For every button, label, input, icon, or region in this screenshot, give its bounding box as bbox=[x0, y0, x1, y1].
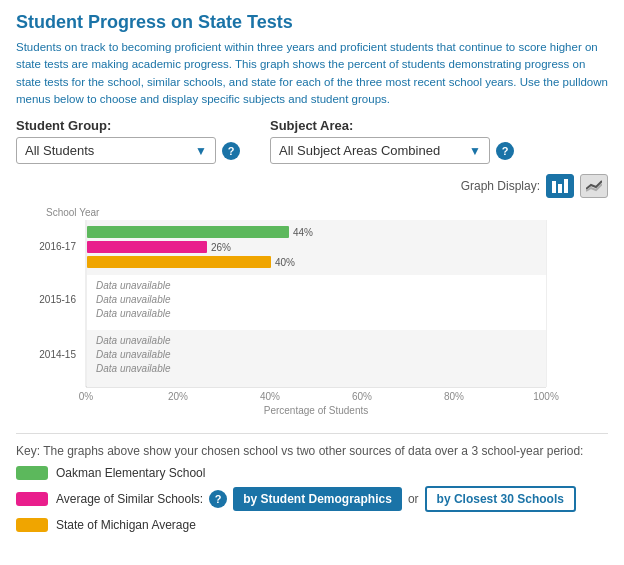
subject-area-control: Subject Area: All Subject Areas Combined… bbox=[270, 118, 514, 164]
closest-button[interactable]: by Closest 30 Schools bbox=[425, 486, 576, 512]
graph-display-row: Graph Display: bbox=[16, 174, 608, 198]
svg-text:80%: 80% bbox=[444, 391, 464, 402]
key-state-label: State of Michigan Average bbox=[56, 518, 196, 532]
bar-chart-icon bbox=[552, 179, 568, 193]
key-school-label: Oakman Elementary School bbox=[56, 466, 205, 480]
key-similar-label: Average of Similar Schools: bbox=[56, 492, 203, 506]
svg-text:26%: 26% bbox=[211, 242, 231, 253]
svg-text:Data unavailable: Data unavailable bbox=[96, 294, 171, 305]
student-group-value: All Students bbox=[25, 143, 94, 158]
svg-text:2015-16: 2015-16 bbox=[39, 294, 76, 305]
bar-chart-display-button[interactable] bbox=[546, 174, 574, 198]
page-title: Student Progress on State Tests bbox=[16, 12, 608, 33]
similar-schools-help-icon[interactable]: ? bbox=[209, 490, 227, 508]
student-group-control: Student Group: All Students ▼ ? bbox=[16, 118, 240, 164]
svg-rect-1 bbox=[558, 184, 562, 193]
student-group-help-icon[interactable]: ? bbox=[222, 142, 240, 160]
chart-area: School Year 0% 20% 40% 60% 80% 100% Perc… bbox=[16, 202, 608, 425]
svg-rect-24 bbox=[87, 256, 271, 268]
key-description: Key: The graphs above show your chosen s… bbox=[16, 444, 608, 458]
controls-row: Student Group: All Students ▼ ? Subject … bbox=[16, 118, 608, 164]
subject-area-select-wrapper: All Subject Areas Combined ▼ ? bbox=[270, 137, 514, 164]
state-color-swatch bbox=[16, 518, 48, 532]
svg-text:Data unavailable: Data unavailable bbox=[96, 335, 171, 346]
svg-text:40%: 40% bbox=[275, 257, 295, 268]
line-chart-icon bbox=[586, 179, 602, 193]
svg-text:Data unavailable: Data unavailable bbox=[96, 349, 171, 360]
or-label: or bbox=[408, 492, 419, 506]
svg-text:Data unavailable: Data unavailable bbox=[96, 363, 171, 374]
svg-text:Percentage of Students: Percentage of Students bbox=[264, 405, 369, 416]
svg-text:2016-17: 2016-17 bbox=[39, 241, 76, 252]
key-section: Key: The graphs above show your chosen s… bbox=[16, 433, 608, 532]
key-item-state: State of Michigan Average bbox=[16, 518, 608, 532]
school-color-swatch bbox=[16, 466, 48, 480]
graph-display-label: Graph Display: bbox=[461, 179, 540, 193]
y-axis-label: School Year bbox=[46, 207, 100, 218]
svg-rect-0 bbox=[552, 181, 556, 193]
svg-text:100%: 100% bbox=[533, 391, 559, 402]
student-group-label: Student Group: bbox=[16, 118, 240, 133]
svg-text:40%: 40% bbox=[260, 391, 280, 402]
subject-area-value: All Subject Areas Combined bbox=[279, 143, 440, 158]
svg-rect-20 bbox=[87, 226, 289, 238]
key-item-school: Oakman Elementary School bbox=[16, 466, 608, 480]
description-static: Students on track to becoming proficient… bbox=[16, 41, 598, 88]
page-description: Students on track to becoming proficient… bbox=[16, 39, 608, 108]
line-chart-display-button[interactable] bbox=[580, 174, 608, 198]
avg-row: Average of Similar Schools: ? by Student… bbox=[56, 486, 576, 512]
svg-text:2014-15: 2014-15 bbox=[39, 349, 76, 360]
subject-area-dropdown[interactable]: All Subject Areas Combined ▼ bbox=[270, 137, 490, 164]
similar-color-swatch bbox=[16, 492, 48, 506]
bar-chart-svg: School Year 0% 20% 40% 60% 80% 100% Perc… bbox=[16, 202, 596, 422]
svg-text:44%: 44% bbox=[293, 227, 313, 238]
demographics-button[interactable]: by Student Demographics bbox=[233, 487, 402, 511]
student-group-arrow-icon: ▼ bbox=[195, 144, 207, 158]
svg-text:0%: 0% bbox=[79, 391, 94, 402]
svg-text:20%: 20% bbox=[168, 391, 188, 402]
svg-text:Data unavailable: Data unavailable bbox=[96, 280, 171, 291]
svg-rect-22 bbox=[87, 241, 207, 253]
subject-area-arrow-icon: ▼ bbox=[469, 144, 481, 158]
key-item-similar: Average of Similar Schools: ? by Student… bbox=[16, 486, 608, 512]
student-group-dropdown[interactable]: All Students ▼ bbox=[16, 137, 216, 164]
student-group-select-wrapper: All Students ▼ ? bbox=[16, 137, 240, 164]
svg-rect-2 bbox=[564, 179, 568, 193]
subject-area-label: Subject Area: bbox=[270, 118, 514, 133]
subject-area-help-icon[interactable]: ? bbox=[496, 142, 514, 160]
svg-text:60%: 60% bbox=[352, 391, 372, 402]
svg-text:Data unavailable: Data unavailable bbox=[96, 308, 171, 319]
